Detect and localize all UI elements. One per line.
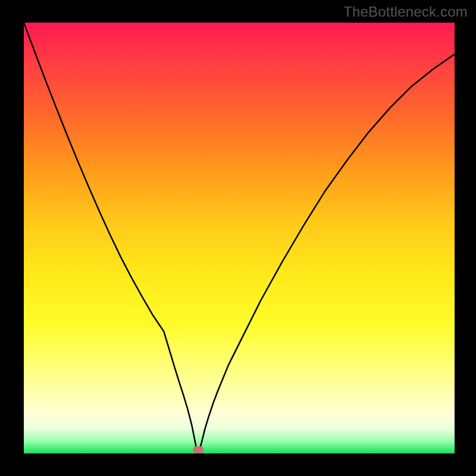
optimum-marker [193, 446, 203, 453]
chart-frame: TheBottleneck.com [0, 0, 476, 476]
bottleneck-curve [24, 23, 455, 453]
watermark-text: TheBottleneck.com [343, 4, 468, 20]
plot-area [24, 23, 455, 453]
